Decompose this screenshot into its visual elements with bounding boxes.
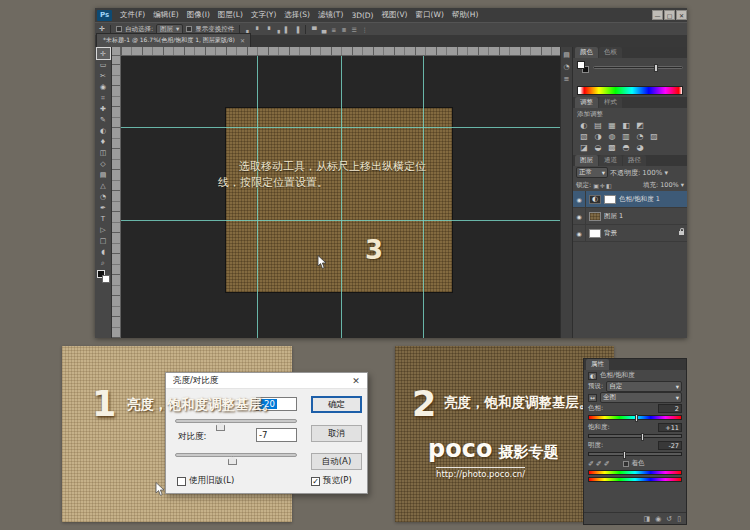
adjustment-icon[interactable]: ▥	[621, 132, 631, 141]
hue-slider[interactable]	[588, 415, 682, 420]
tool-path-select[interactable]: ▷	[97, 224, 110, 235]
lightness-value[interactable]: -27	[658, 441, 682, 450]
layer-mask-thumbnail[interactable]	[604, 195, 616, 204]
lightness-slider[interactable]	[588, 452, 682, 456]
tab-styles[interactable]: 样式	[599, 97, 622, 108]
adjustment-icon[interactable]: ◔	[635, 132, 645, 141]
contrast-input[interactable]: -7	[256, 428, 297, 442]
channel-dropdown[interactable]: 全图 ▾	[600, 392, 682, 403]
cancel-button[interactable]: 取消	[311, 425, 362, 442]
distribute-icon[interactable]: ≡	[330, 26, 337, 33]
show-transform-checkbox[interactable]	[186, 26, 192, 32]
menu-3d[interactable]: 3D(D)	[347, 11, 377, 20]
tool-quick-select[interactable]: ◉	[97, 81, 110, 92]
tool-dodge[interactable]: ◔	[97, 191, 110, 202]
clip-layer-icon[interactable]: ◨	[644, 515, 651, 523]
adjustment-icon[interactable]: ◩	[635, 121, 645, 130]
tool-type[interactable]: T	[97, 213, 110, 224]
distribute-icon[interactable]: ▄	[321, 26, 328, 33]
distribute-icon[interactable]: ≣	[340, 26, 347, 33]
foreground-background-swatches[interactable]	[97, 270, 110, 283]
hue-value[interactable]: 2	[658, 404, 682, 413]
hue-slider-handle[interactable]	[635, 414, 638, 422]
visibility-eye-icon[interactable]: ◉	[573, 191, 586, 207]
align-icon[interactable]: ▐	[293, 26, 300, 33]
adjustment-icon[interactable]: ◍	[607, 132, 617, 141]
auto-select-checkbox[interactable]	[116, 26, 122, 32]
eyedropper-icons[interactable]: ✐✐✐	[588, 460, 612, 468]
tab-channels[interactable]: 通道	[599, 155, 622, 166]
lightness-slider-handle[interactable]	[623, 451, 626, 459]
horizontal-ruler[interactable]	[121, 47, 560, 56]
tool-brush[interactable]: ◐	[97, 125, 110, 136]
adjustment-layer-icon[interactable]: ◐	[589, 195, 601, 204]
tool-pen[interactable]: ✒	[97, 202, 110, 213]
layer-name[interactable]: 色相/饱和度 1	[619, 195, 660, 204]
canvas-image[interactable]	[226, 108, 452, 292]
preview-checkbox-row[interactable]: ✓ 预览(P)	[311, 475, 352, 487]
maximize-icon[interactable]: ▢	[664, 10, 675, 20]
menu-help[interactable]: 帮助(H)	[448, 10, 483, 20]
horizontal-guide[interactable]	[121, 220, 560, 221]
tool-hand[interactable]: ◖	[97, 246, 110, 257]
tab-layers[interactable]: 图层	[575, 155, 598, 166]
background-color[interactable]	[102, 275, 110, 283]
layer-thumbnail[interactable]	[589, 229, 601, 238]
vertical-guide[interactable]	[423, 56, 424, 338]
tool-move[interactable]: ✛	[97, 48, 110, 59]
tab-color[interactable]: 颜色	[575, 47, 598, 58]
info-panel-icon[interactable]: ◔	[563, 63, 569, 71]
menu-edit[interactable]: 编辑(E)	[149, 10, 183, 20]
adjustment-icon[interactable]: ▦	[607, 121, 617, 130]
checkbox-checked[interactable]: ✓	[311, 477, 320, 486]
contrast-slider-handle[interactable]	[228, 456, 237, 465]
blend-mode-dropdown[interactable]: 正常 ▾	[576, 167, 608, 178]
adjustment-icon[interactable]: ▤	[593, 121, 603, 130]
menu-layer[interactable]: 图层(L)	[214, 10, 247, 20]
horizontal-guide[interactable]	[121, 127, 560, 128]
layer-row-background[interactable]: ◉ 背景	[573, 225, 687, 242]
saturation-slider[interactable]	[588, 434, 682, 438]
vertical-ruler[interactable]	[112, 56, 121, 338]
menu-type[interactable]: 文字(Y)	[247, 10, 280, 20]
visibility-eye-icon[interactable]: ◉	[655, 515, 661, 523]
tool-eyedropper[interactable]: ✚	[97, 103, 110, 114]
panel-menu-icon[interactable]: ≡	[564, 75, 570, 83]
tool-lasso[interactable]: ✂	[97, 70, 110, 81]
contrast-slider[interactable]	[175, 453, 297, 457]
tool-shape[interactable]: □	[97, 235, 110, 246]
align-icon[interactable]: ▖	[245, 26, 252, 33]
menu-select[interactable]: 选择(S)	[280, 10, 314, 20]
tab-adjustments[interactable]: 调整	[575, 97, 598, 108]
tool-history-brush[interactable]: ◫	[97, 147, 110, 158]
tab-properties[interactable]: 属性	[586, 359, 609, 370]
adjustment-icon[interactable]: ◪	[579, 143, 589, 152]
reset-icon[interactable]: ↺	[666, 515, 672, 523]
tab-swatches[interactable]: 色板	[599, 47, 622, 58]
color-spectrum-ramp[interactable]	[577, 86, 683, 95]
adjustment-icon[interactable]: ◑	[593, 132, 603, 141]
color-slider-handle[interactable]	[654, 64, 658, 72]
align-icon[interactable]: ▌	[284, 26, 291, 33]
vertical-guide[interactable]	[341, 56, 342, 338]
menu-view[interactable]: 视图(V)	[378, 10, 412, 20]
tool-crop[interactable]: ⌗	[97, 92, 110, 103]
close-icon[interactable]: ✕	[240, 37, 245, 44]
layer-row-layer1[interactable]: ◉ 图层 1	[573, 208, 687, 225]
auto-button[interactable]: 自动(A)	[311, 453, 362, 470]
menu-window[interactable]: 窗口(W)	[412, 10, 448, 20]
menu-filter[interactable]: 滤镜(T)	[314, 10, 347, 20]
adjustment-icon[interactable]: ▩	[607, 143, 617, 152]
use-legacy-checkbox-row[interactable]: 使用旧版(L)	[177, 475, 234, 487]
tool-eraser[interactable]: ◇	[97, 158, 110, 169]
align-icon[interactable]: ▘	[255, 26, 262, 33]
minimize-icon[interactable]: —	[652, 10, 663, 20]
tool-healing[interactable]: ✎	[97, 114, 110, 125]
close-icon[interactable]: ✕	[345, 376, 367, 386]
color-swatch-pair[interactable]	[577, 61, 589, 73]
visibility-eye-icon[interactable]: ◉	[573, 208, 586, 224]
tool-marquee[interactable]: ▭	[97, 59, 110, 70]
saturation-value[interactable]: +11	[658, 423, 682, 432]
history-panel-icon[interactable]: ▤	[563, 51, 570, 59]
close-icon[interactable]: ✕	[676, 10, 687, 20]
